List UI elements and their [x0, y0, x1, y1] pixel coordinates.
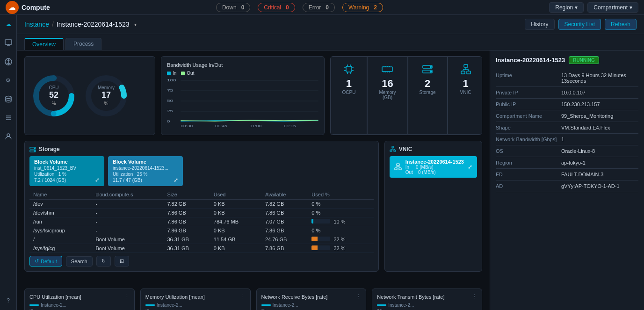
- vnic-icon: [459, 63, 472, 76]
- memory-pct: %: [104, 101, 109, 106]
- storage-count: 2: [425, 78, 430, 90]
- breadcrumb-current: Instance-20220614-1523: [57, 21, 130, 28]
- tab-process[interactable]: Process: [65, 38, 101, 50]
- cell-available: 7.86 GB: [261, 244, 308, 253]
- main-layout: ☁ ⚙ ? Instance / Instance-20220614-1523: [0, 15, 644, 310]
- status-down[interactable]: Down 0: [216, 3, 250, 12]
- search-button[interactable]: Search: [66, 256, 93, 267]
- ocpu-name: OCPU: [342, 90, 356, 95]
- logo-icon: ☁: [6, 1, 19, 14]
- col-name: Name: [29, 190, 92, 200]
- info-value: 1: [561, 137, 638, 142]
- cpu-chart-title: CPU Utilization [mean] ⋮: [29, 294, 130, 300]
- network-tx-legend: Instance-2...: [377, 303, 477, 308]
- cell-type: Boot Volume: [92, 244, 163, 253]
- info-value: 10.0.0.107: [561, 90, 638, 95]
- cpu-util-chart: CPU Utilization [mean] ⋮ Instance-2... 1…: [24, 288, 135, 310]
- volume-card-2[interactable]: Block Volume instance-20220614-1523... U…: [108, 156, 183, 186]
- vnic-card[interactable]: Instance-20220614-1523 In 0 (MB/s) Out: [390, 156, 477, 178]
- info-label: FD: [496, 172, 561, 177]
- svg-text:00:45: 00:45: [215, 124, 227, 128]
- col-usedpct: Used %: [308, 190, 373, 200]
- network-rx-title: Network Receive Bytes [rate] ⋮: [261, 294, 362, 300]
- region-button[interactable]: Region ▾: [549, 2, 584, 13]
- export-button[interactable]: ⊞: [115, 256, 129, 267]
- legend-in: In: [167, 71, 176, 76]
- cell-name: /sys/fg/cg: [29, 244, 92, 253]
- refresh-tool-button[interactable]: ↻: [96, 256, 111, 267]
- status-critical-label: Critical: [264, 4, 281, 11]
- svg-rect-51: [464, 65, 468, 67]
- compartment-button[interactable]: Compartment ▾: [587, 2, 638, 13]
- status-warning[interactable]: Warning 2: [342, 3, 383, 12]
- more-icon[interactable]: ⋮: [240, 294, 246, 300]
- memory-name: Memory (GB): [379, 90, 396, 100]
- chevron-down-icon: ▾: [630, 4, 632, 11]
- more-icon[interactable]: ⋮: [124, 294, 130, 300]
- svg-point-9: [7, 134, 10, 137]
- info-label: Shape: [496, 125, 561, 130]
- network-rx-area: 3 M 2 M 1 M 0 00:: [261, 308, 362, 310]
- nav-right: Region ▾ Compartment ▾: [549, 2, 638, 13]
- cell-used: 784.76 MB: [210, 217, 261, 226]
- refresh-button[interactable]: Refresh: [605, 19, 637, 30]
- app-name: Compute: [22, 4, 50, 11]
- sidebar-item-storage[interactable]: [3, 94, 14, 105]
- cell-size: 7.86 GB: [163, 226, 210, 235]
- vnic-instance-name: Instance-20220614-1523: [405, 159, 464, 165]
- bandwidth-svg: 100 75 50 25 0: [167, 78, 318, 129]
- volume-util-1: Utilization 1 %: [34, 172, 100, 177]
- sidebar-item-settings[interactable]: ⚙: [3, 75, 14, 86]
- breadcrumb: Instance / Instance-20220614-1523 ▾: [24, 21, 137, 28]
- more-icon[interactable]: ⋮: [356, 294, 361, 300]
- chevron-down-icon: ▾: [575, 4, 578, 11]
- sidebar-item-cloud[interactable]: ☁: [3, 19, 14, 30]
- sidebar-item-network[interactable]: [3, 56, 14, 67]
- info-label: Uptime: [496, 72, 561, 84]
- cell-name: /run: [29, 217, 92, 226]
- status-critical[interactable]: Critical 0: [258, 3, 295, 12]
- svg-rect-70: [395, 168, 397, 170]
- info-value: Oracle-Linux-8: [561, 148, 638, 154]
- status-down-count: 0: [241, 4, 245, 11]
- memory-count: 16: [382, 78, 393, 90]
- sidebar-item-help[interactable]: ?: [3, 295, 14, 306]
- cell-used: 0 KB: [210, 209, 261, 217]
- col-size: Size: [163, 190, 210, 200]
- default-button[interactable]: ↺ Default: [29, 256, 62, 267]
- info-label: Network Bandwidth [Gbps]: [496, 137, 561, 142]
- info-label: Region: [496, 160, 561, 166]
- cpu-icon: [342, 63, 355, 76]
- svg-text:100: 100: [167, 78, 176, 82]
- volume-card-1[interactable]: Block Volume inst_0614_1523_BV Utilizati…: [29, 156, 104, 186]
- security-list-button[interactable]: Security List: [558, 19, 601, 30]
- svg-rect-0: [5, 40, 12, 44]
- svg-rect-62: [392, 146, 394, 148]
- memory-chart-legend: Instance-2...: [145, 303, 246, 308]
- info-value: FAULT-DOMAIN-3: [561, 172, 638, 177]
- expand-icon[interactable]: ⤢: [95, 177, 100, 183]
- bottom-charts-row: CPU Utilization [mean] ⋮ Instance-2... 1…: [17, 283, 490, 310]
- memory-chart-area: 100 75 50 25 0: [145, 308, 246, 310]
- sidebar-item-monitor[interactable]: [3, 37, 14, 49]
- status-error[interactable]: Error 0: [303, 3, 335, 12]
- cell-type: -: [92, 209, 163, 217]
- network-tx-area: 35 M 23 M 12 M 0 k: [377, 308, 477, 310]
- storage-table: Name cloud.compute.s Size Used Available…: [29, 190, 374, 253]
- storage-volumes: Block Volume inst_0614_1523_BV Utilizati…: [29, 156, 374, 186]
- more-icon[interactable]: ⋮: [472, 294, 477, 300]
- vnic-expand-icon[interactable]: ⤢: [468, 164, 472, 170]
- breadcrumb-root[interactable]: Instance: [24, 21, 49, 28]
- history-button[interactable]: History: [525, 19, 554, 30]
- chevron-down-icon[interactable]: ▾: [134, 22, 137, 27]
- memory-label: Memory: [98, 85, 115, 90]
- sidebar-item-list[interactable]: [3, 112, 14, 123]
- main-area: Instance / Instance-20220614-1523 ▾ Hist…: [17, 15, 644, 310]
- info-value: VM.Standard.E4.Flex: [561, 125, 638, 130]
- expand-icon-2[interactable]: ⤢: [174, 177, 178, 183]
- info-value: 150.230.213.157: [561, 101, 638, 107]
- sidebar-item-user[interactable]: [3, 131, 14, 142]
- cell-available: 24.76 GB: [261, 235, 308, 244]
- tab-overview[interactable]: Overview: [24, 38, 64, 50]
- volume-type-1: Block Volume: [34, 159, 100, 165]
